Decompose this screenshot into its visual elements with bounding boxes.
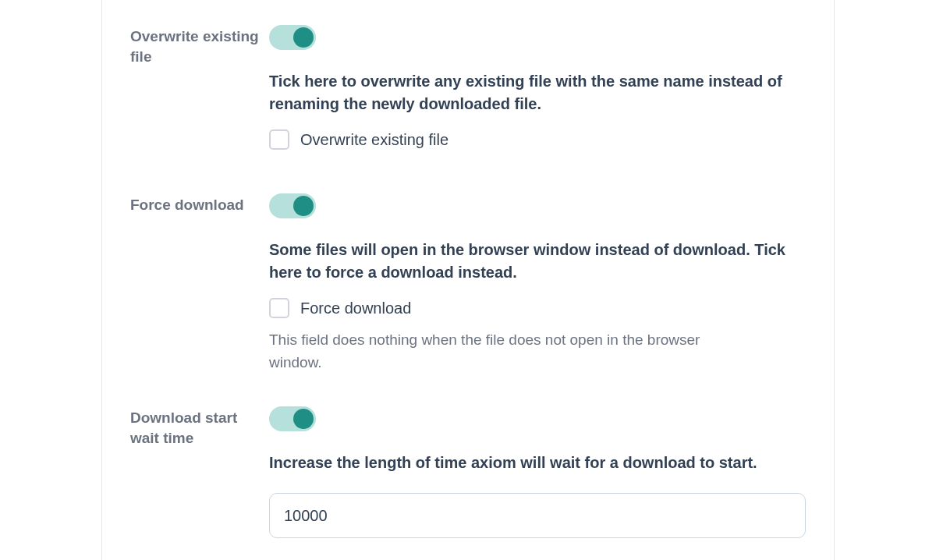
force-download-description: Some files will open in the browser wind… (269, 239, 806, 284)
overwrite-toggle[interactable] (269, 25, 316, 50)
overwrite-description: Tick here to overwrite any existing file… (269, 70, 806, 115)
force-download-hint: This field does nothing when the file do… (269, 329, 737, 374)
force-download-checkbox-label: Force download (300, 299, 411, 317)
settings-panel: Overwrite existing file Tick here to ove… (101, 0, 835, 560)
overwrite-checkbox-label: Overwrite existing file (300, 131, 448, 149)
overwrite-checkbox[interactable] (269, 129, 289, 150)
setting-force-download-body: Some files will open in the browser wind… (269, 193, 806, 374)
wait-time-toggle[interactable] (269, 406, 316, 431)
setting-overwrite-title: Overwrite existing file (130, 25, 269, 66)
setting-force-download-title: Force download (130, 193, 269, 215)
overwrite-checkbox-row: Overwrite existing file (269, 129, 806, 150)
toggle-knob-icon (293, 196, 314, 216)
wait-time-input[interactable] (269, 493, 806, 538)
setting-overwrite: Overwrite existing file Tick here to ove… (130, 25, 806, 161)
wait-time-description: Increase the length of time axiom will w… (269, 452, 806, 474)
setting-overwrite-body: Tick here to overwrite any existing file… (269, 25, 806, 161)
toggle-knob-icon (293, 409, 314, 429)
setting-wait-time-body: Increase the length of time axiom will w… (269, 406, 806, 538)
force-download-checkbox[interactable] (269, 298, 289, 318)
setting-wait-time: Download start wait time Increase the le… (130, 406, 806, 538)
setting-force-download: Force download Some files will open in t… (130, 193, 806, 374)
force-download-toggle[interactable] (269, 193, 316, 218)
force-download-checkbox-row: Force download (269, 298, 806, 318)
toggle-knob-icon (293, 27, 314, 48)
setting-wait-time-title: Download start wait time (130, 406, 269, 448)
